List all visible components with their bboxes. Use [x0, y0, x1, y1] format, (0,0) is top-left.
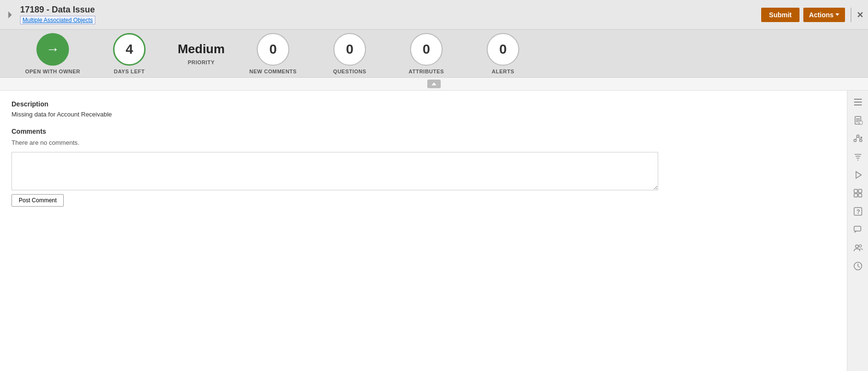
svg-point-12 [854, 139, 856, 142]
description-title: Description [11, 100, 835, 108]
svg-rect-3 [854, 102, 862, 103]
chat-icon[interactable] [849, 221, 867, 238]
new-comments-value: 0 [269, 42, 277, 57]
attributes-circle[interactable]: 0 [410, 33, 443, 66]
attributes-label: ATTRIBUTES [409, 69, 444, 74]
workflow-icon[interactable] [849, 130, 867, 147]
svg-rect-7 [856, 120, 860, 121]
svg-line-35 [858, 266, 860, 267]
notes-icon[interactable]: i [849, 112, 867, 129]
header-right: Submit Actions × [761, 8, 863, 22]
priority-value: Medium [178, 42, 225, 57]
status-questions: 0 QUESTIONS [311, 33, 388, 74]
new-comments-label: NEW COMMENTS [250, 69, 297, 74]
questions-label: QUESTIONS [333, 69, 366, 74]
alerts-value: 0 [499, 42, 507, 57]
status-alerts: 0 ALERTS [465, 33, 541, 74]
svg-rect-28 [854, 226, 861, 231]
users-icon[interactable] [849, 239, 867, 256]
clock-icon[interactable] [849, 257, 867, 275]
close-button[interactable]: × [857, 10, 863, 20]
svg-rect-4 [854, 104, 862, 105]
no-comments-text: There are no comments. [11, 139, 835, 146]
svg-point-16 [860, 137, 862, 139]
actions-button[interactable]: Actions [803, 8, 845, 22]
main-layout: Description Missing data for Account Rec… [0, 91, 868, 371]
svg-point-13 [859, 139, 862, 142]
header: 17189 - Data Issue Multiple Associated O… [0, 0, 868, 30]
alerts-circle[interactable]: 0 [487, 33, 519, 66]
associated-objects-link[interactable]: Multiple Associated Objects [20, 16, 95, 24]
svg-marker-0 [8, 11, 11, 18]
status-new-comments: 0 NEW COMMENTS [235, 33, 311, 74]
submit-button[interactable]: Submit [761, 8, 799, 22]
comments-title: Comments [11, 128, 835, 135]
header-title-block: 17189 - Data Issue Multiple Associated O… [20, 5, 95, 24]
questions-value: 0 [346, 42, 354, 57]
collapse-bar [0, 78, 868, 91]
priority-label: PRIORITY [188, 59, 215, 65]
post-comment-button[interactable]: Post Comment [11, 194, 64, 207]
status-bar: → OPEN WITH OWNER 4 DAYS LEFT Medium PRI… [0, 30, 868, 78]
days-left-circle[interactable]: 4 [113, 33, 146, 66]
main-content: Description Missing data for Account Rec… [0, 91, 847, 371]
play-icon[interactable] [849, 166, 867, 184]
open-owner-circle[interactable]: → [36, 33, 69, 66]
svg-rect-8 [856, 121, 858, 122]
svg-rect-23 [858, 189, 862, 193]
status-priority: Medium PRIORITY [168, 42, 235, 65]
svg-rect-22 [854, 189, 857, 193]
actions-caret-icon [835, 13, 839, 16]
attributes-value: 0 [423, 42, 430, 57]
svg-rect-2 [854, 99, 862, 100]
svg-point-31 [859, 245, 861, 247]
status-open-with-owner: → OPEN WITH OWNER [14, 33, 91, 74]
new-comments-circle[interactable]: 0 [257, 33, 289, 66]
dashboard-icon[interactable] [849, 185, 867, 202]
svg-rect-24 [854, 194, 857, 197]
status-days-left: 4 DAYS LEFT [91, 33, 168, 74]
svg-rect-6 [856, 118, 860, 119]
questions-circle[interactable]: 0 [333, 33, 366, 66]
svg-point-30 [856, 245, 858, 248]
collapse-button[interactable] [427, 80, 441, 88]
svg-point-11 [857, 135, 859, 138]
header-left: 17189 - Data Issue Multiple Associated O… [5, 5, 761, 24]
days-left-label: DAYS LEFT [114, 69, 145, 74]
svg-line-15 [859, 137, 860, 139]
page-title: 17189 - Data Issue [20, 5, 95, 15]
right-sidebar: i [847, 91, 868, 371]
list-icon[interactable] [849, 93, 867, 111]
question-icon[interactable]: ? [849, 203, 867, 220]
description-text: Missing data for Account Receivable [11, 111, 835, 118]
filter-icon[interactable] [849, 148, 867, 165]
actions-label: Actions [809, 11, 834, 19]
nav-arrow-icon[interactable] [5, 10, 15, 20]
chevron-up-icon [432, 82, 436, 85]
status-attributes: 0 ATTRIBUTES [388, 33, 465, 74]
svg-text:?: ? [857, 209, 860, 215]
alerts-label: ALERTS [492, 69, 514, 74]
svg-text:i: i [859, 122, 860, 125]
svg-marker-1 [432, 82, 436, 85]
days-left-value: 4 [126, 42, 133, 57]
arrow-right-icon: → [46, 42, 59, 57]
svg-marker-21 [856, 172, 861, 178]
comment-textarea[interactable] [11, 152, 658, 190]
svg-rect-25 [858, 194, 862, 197]
open-owner-label: OPEN WITH OWNER [25, 69, 80, 74]
svg-line-14 [856, 137, 857, 139]
header-divider [851, 8, 851, 22]
